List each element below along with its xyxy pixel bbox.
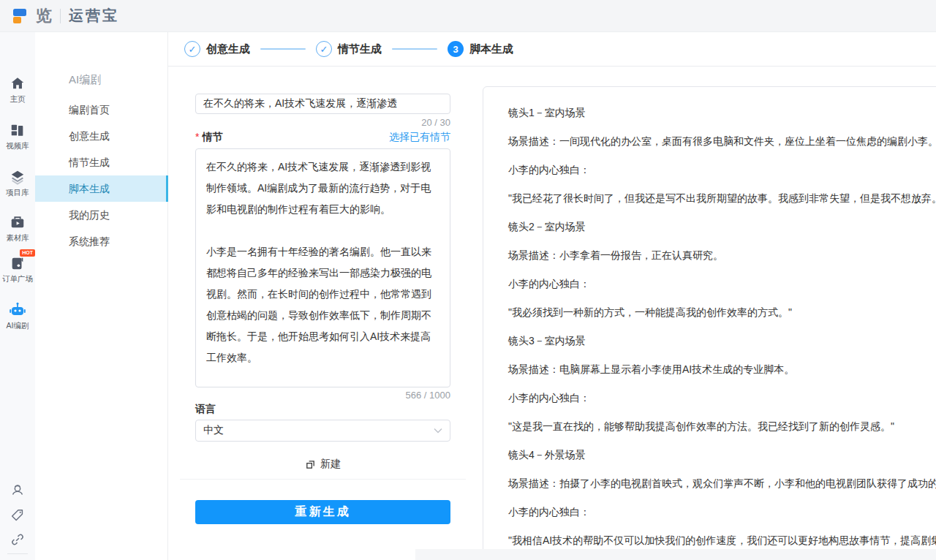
monologue-text: "我已经花了很长时间了，但我还是写不出我所期望的故事。我感到非常失望，但是我不想… [508, 193, 936, 204]
step-label: 脚本生成 [469, 42, 513, 56]
ai-screenwriter-icon [9, 301, 26, 319]
step-connector [260, 48, 306, 50]
rail-item-link[interactable] [0, 531, 35, 548]
app-window: 览 运营宝 主页 视频库 项目库 素材库 [0, 0, 936, 560]
scene-heading: 镜头4－外景场景 [508, 450, 936, 461]
step-idea-generation[interactable]: ✓ 创意生成 [184, 41, 260, 57]
rail-item-users[interactable] [0, 483, 35, 499]
monologue-text: "这是我一直在找的，能够帮助我提高创作效率的方法。我已经找到了新的创作灵感。" [508, 421, 936, 432]
scene-description: 场景描述：拍摄了小李的电视剧首映式，观众们掌声不断，小李和他的电视剧团队获得了成… [508, 478, 936, 489]
sidebar-menu: 编剧首页 创意生成 情节生成 脚本生成 我的历史 系统推荐 [35, 97, 168, 254]
rail-label: 视频库 [6, 141, 29, 151]
rail-item-video-library[interactable]: 视频库 [0, 121, 35, 151]
plot-label: *情节 [195, 131, 222, 144]
monologue-label: 小李的内心独白： [508, 393, 936, 404]
chevron-down-icon [434, 428, 442, 434]
icon-rail: 主页 视频库 项目库 素材库 HOT 订单广场 [0, 32, 35, 560]
monologue-label: 小李的内心独白： [508, 279, 936, 290]
step-done-check-icon: ✓ [184, 41, 200, 57]
order-market-icon: HOT [9, 254, 26, 272]
language-select[interactable]: 中文 [195, 420, 450, 442]
new-button[interactable]: 新建 [195, 455, 450, 473]
link-icon [10, 531, 26, 548]
sidebar-item-system-recommendation[interactable]: 系统推荐 [35, 228, 168, 254]
rail-label: 主页 [10, 94, 26, 105]
logo-divider [60, 9, 61, 23]
rail-label: 项目库 [6, 188, 29, 198]
sidebar-item-plot-generation[interactable]: 情节生成 [35, 149, 168, 175]
scene-heading: 镜头2－室内场景 [508, 222, 936, 232]
rail-item-project-library[interactable]: 项目库 [0, 168, 35, 198]
step-script-generation[interactable]: 3 脚本生成 [448, 41, 524, 57]
plot-label-row: *情节 选择已有情节 [195, 131, 450, 144]
regenerate-button[interactable]: 重新生成 [195, 500, 450, 524]
stepper: ✓ 创意生成 ✓ 情节生成 3 脚本生成 [168, 32, 936, 67]
sidebar-title: AI编剧 [69, 73, 101, 87]
rail-divider [7, 553, 28, 554]
sidebar-item-my-history[interactable]: 我的历史 [35, 202, 168, 228]
plot-textarea[interactable]: 在不久的将来，AI技术飞速发展，逐渐渗透到影视制作领域。AI编剧成为了最新的流行… [195, 148, 450, 387]
brand-logo: 览 运营宝 [12, 5, 119, 27]
step-label: 情节生成 [338, 42, 382, 56]
hot-badge: HOT [20, 249, 35, 257]
sidebar: AI编剧 编剧首页 创意生成 情节生成 脚本生成 我的历史 系统推荐 [35, 32, 168, 560]
rail-item-tag[interactable] [0, 507, 35, 523]
step-done-check-icon: ✓ [316, 41, 332, 57]
plot-char-counter: 566 / 1000 [195, 390, 450, 401]
scene-description: 场景描述：一间现代化的办公室，桌面有很多电脑和文件夹，座位上坐着一位焦虑的编剧小… [508, 136, 936, 147]
rail-label: 订单广场 [2, 274, 33, 284]
idea-input[interactable] [195, 94, 450, 114]
horizontal-scrollbar[interactable] [415, 549, 936, 560]
rail-item-order-market[interactable]: HOT 订单广场 [0, 254, 35, 284]
home-icon [9, 75, 26, 92]
monologue-text: "我必须找到一种新的方式，一种能提高我的创作效率的方式。" [508, 307, 936, 318]
rail-label: AI编剧 [7, 321, 29, 331]
rail-label: 素材库 [6, 233, 29, 243]
step-label: 创意生成 [206, 42, 250, 56]
rail-item-asset-library[interactable]: 素材库 [0, 213, 35, 243]
asset-library-icon [9, 213, 26, 231]
scene-description: 场景描述：小李拿着一份报告，正在认真研究。 [508, 250, 936, 261]
rail-item-home[interactable]: 主页 [0, 75, 35, 105]
monologue-label: 小李的内心独白： [508, 164, 936, 175]
step-connector [392, 48, 437, 50]
step-number-badge: 3 [448, 41, 464, 57]
new-document-icon [305, 459, 316, 470]
brand-logo-icon [12, 7, 31, 26]
language-select-value: 中文 [203, 424, 224, 437]
users-icon [10, 483, 26, 499]
scene-description: 场景描述：电脑屏幕上显示着小李使用AI技术生成的专业脚本。 [508, 364, 936, 375]
idea-char-counter: 20 / 30 [195, 117, 450, 128]
language-label: 语言 [195, 403, 216, 416]
video-library-icon [9, 121, 26, 139]
project-library-icon [9, 168, 26, 186]
app-header: 览 运营宝 [0, 0, 936, 32]
scene-heading: 镜头1－室内场景 [508, 107, 936, 118]
brand-char: 览 [36, 5, 52, 27]
monologue-label: 小李的内心独白： [508, 507, 936, 518]
sidebar-item-script-generation[interactable]: 脚本生成 [35, 175, 168, 202]
rail-item-ai-screenwriter[interactable]: AI编剧 [0, 301, 35, 331]
step-plot-generation[interactable]: ✓ 情节生成 [316, 41, 392, 57]
choose-existing-plot-link[interactable]: 选择已有情节 [389, 131, 450, 144]
scene-heading: 镜头3－室内场景 [508, 336, 936, 347]
sidebar-item-idea-generation[interactable]: 创意生成 [35, 123, 168, 149]
required-asterisk: * [195, 131, 199, 143]
brand-name: 运营宝 [69, 6, 119, 26]
sidebar-item-screenwriter-home[interactable]: 编剧首页 [35, 97, 168, 123]
tag-icon [10, 507, 26, 523]
form-divider [180, 479, 466, 480]
monologue-text: "我相信AI技术的帮助不仅可以加快我们的创作速度，我们还可以更好地构思故事情节，… [508, 535, 936, 546]
new-button-label: 新建 [320, 458, 341, 471]
script-output-panel[interactable]: 镜头1－室内场景 场景描述：一间现代化的办公室，桌面有很多电脑和文件夹，座位上坐… [483, 86, 936, 560]
